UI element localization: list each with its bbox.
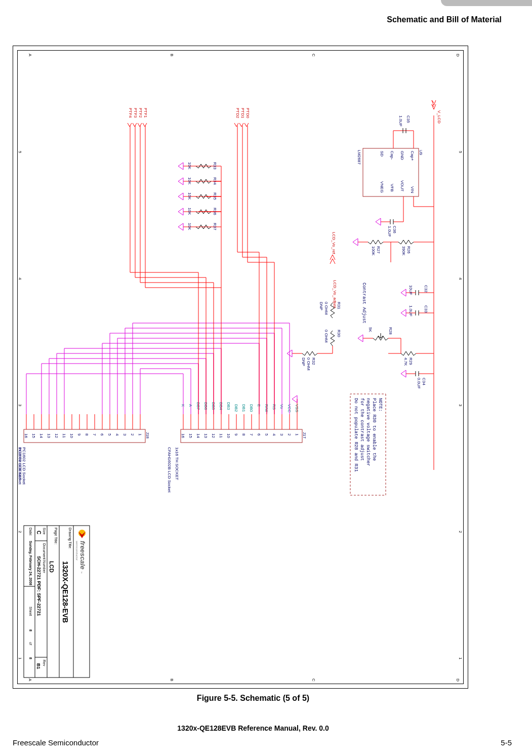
svg-text:12: 12	[54, 433, 59, 438]
svg-text:3: 3	[279, 433, 284, 436]
svg-text:VOUT: VOUT	[400, 180, 404, 191]
svg-text:0.0UF: 0.0UF	[417, 378, 421, 389]
svg-text:16: 16	[181, 433, 185, 438]
schematic-content: V_LCD U9 LM2687 Cap+ GND Cap- SD VNEG VF…	[17, 50, 464, 685]
svg-text:C32: C32	[424, 285, 428, 293]
svg-text:13: 13	[47, 433, 51, 438]
svg-text:10: 10	[69, 433, 74, 438]
svg-text:DNP: DNP	[301, 357, 306, 366]
svg-text:VNEG: VNEG	[380, 181, 384, 193]
interconnect-bus	[26, 323, 290, 414]
svg-text:C35: C35	[406, 115, 411, 123]
svg-text:11: 11	[219, 433, 223, 438]
schematic-inner-frame: V_LCD U9 LM2687 Cap+ GND Cap- SD VNEG VF…	[17, 50, 464, 684]
svg-text:A: A	[28, 54, 32, 57]
svg-text:7: 7	[249, 433, 254, 436]
svg-text:R27: R27	[376, 246, 381, 254]
j17-type: 1x16 TH SOCKET	[175, 447, 179, 480]
svg-text:11: 11	[62, 433, 66, 438]
svg-text:freescale: freescale	[79, 541, 87, 569]
svg-text:Sunday, February 24, 2008: Sunday, February 24, 2008	[28, 541, 32, 585]
svg-text:Rev: Rev	[43, 660, 46, 666]
j17-desc: CFAH1602B LCD Socket	[167, 447, 172, 493]
svg-text:0 OHM: 0 OHM	[324, 302, 329, 315]
svg-text:5K: 5K	[368, 327, 373, 332]
svg-text:390K: 390K	[401, 246, 406, 256]
schematic-svg: V_LCD U9 LM2687 Cap+ GND Cap- SD VNEG VF…	[17, 50, 464, 685]
svg-text:2: 2	[130, 433, 135, 436]
svg-text:9: 9	[234, 433, 238, 436]
svg-text:PTF2: PTF2	[138, 108, 143, 118]
svg-text:1: 1	[18, 657, 22, 660]
svg-text:PC1602 LCD Socket: PC1602 LCD Socket	[22, 447, 26, 485]
svg-text:Cap-: Cap-	[390, 151, 394, 160]
svg-text:1.0UF: 1.0UF	[398, 115, 403, 127]
svg-text:10UF: 10UF	[408, 285, 413, 295]
svg-text:C: C	[36, 531, 42, 534]
svg-text:4: 4	[115, 433, 119, 436]
svg-text:9: 9	[77, 433, 81, 436]
svg-text:DB0: DB0	[249, 404, 254, 412]
svg-text:R28: R28	[388, 327, 393, 335]
u9-part: LM2687	[357, 150, 361, 165]
svg-text:PTF4: PTF4	[128, 108, 133, 118]
decorative-bar	[441, 0, 532, 6]
svg-text:10K: 10K	[187, 192, 192, 200]
svg-text:B1: B1	[36, 663, 41, 669]
svg-text:1: 1	[295, 433, 299, 436]
svg-text:DB2: DB2	[234, 404, 238, 412]
svg-text:PTF3: PTF3	[133, 108, 138, 118]
svg-text:10K: 10K	[187, 208, 192, 215]
page-title: LCD	[49, 561, 55, 573]
svg-text:12: 12	[211, 433, 216, 438]
svg-text:5: 5	[264, 433, 269, 436]
svg-text:Document Number: Document Number	[43, 543, 46, 573]
svg-text:6: 6	[100, 433, 104, 436]
svg-text:4: 4	[458, 277, 463, 280]
svg-text:semiconductor: semiconductor	[75, 541, 78, 561]
svg-text:PTD2: PTD2	[235, 108, 240, 118]
svg-text:SCH-22721 PDF: SPF-22721: SCH-22721 PDF: SPF-22721	[36, 556, 42, 616]
svg-text:2: 2	[458, 531, 463, 533]
svg-text:B: B	[170, 54, 174, 56]
svg-text:Date:: Date:	[29, 528, 32, 536]
svg-text:D: D	[456, 54, 460, 57]
j17-ref: J17	[302, 432, 307, 439]
svg-text:R30: R30	[337, 330, 341, 337]
svg-text:C: C	[311, 679, 316, 682]
svg-text:16: 16	[24, 433, 28, 438]
svg-text:13: 13	[203, 433, 208, 438]
schematic-outer-frame: V_LCD U9 LM2687 Cap+ GND Cap- SD VNEG VF…	[13, 46, 468, 689]
svg-text:R37: R37	[213, 223, 217, 230]
svg-text:14: 14	[196, 433, 200, 438]
svg-text:15: 15	[188, 433, 193, 438]
svg-text:100K: 100K	[371, 246, 376, 256]
svg-text:Page Title:: Page Title:	[54, 528, 58, 544]
svg-text:R29: R29	[408, 357, 413, 365]
svg-text:4.7K: 4.7K	[403, 357, 408, 366]
svg-text:R26: R26	[406, 246, 411, 254]
svg-text:10K: 10K	[187, 162, 192, 170]
figure-caption: Figure 5-5. Schematic (5 of 5)	[0, 694, 506, 703]
svg-text:Cap+: Cap+	[410, 151, 415, 161]
svg-text:8: 8	[85, 433, 89, 436]
svg-text:3: 3	[458, 404, 463, 407]
svg-text:R32: R32	[311, 357, 316, 365]
svg-text:DB1: DB1	[241, 404, 246, 412]
svg-text:3: 3	[18, 404, 22, 407]
svg-text:PTD0: PTD0	[245, 108, 250, 118]
svg-text:Drawing Title:: Drawing Title:	[68, 528, 72, 549]
svg-text:PTF1: PTF1	[143, 108, 148, 118]
svg-text:8: 8	[29, 629, 32, 631]
svg-text:10: 10	[226, 433, 231, 438]
svg-text:14: 14	[39, 433, 44, 438]
title-block: freescale ™ semiconductor Drawing Title:…	[24, 526, 90, 678]
doc-title: 1320x-QE128EVB Reference Manual, Rev. 0.…	[0, 724, 506, 732]
svg-text:3: 3	[122, 433, 127, 436]
svg-text:for the contrast adjust: for the contrast adjust	[359, 398, 364, 461]
svg-text:5: 5	[458, 151, 463, 153]
svg-text:2: 2	[18, 531, 22, 533]
svg-text:8: 8	[241, 433, 246, 436]
svg-text:C36: C36	[392, 226, 397, 233]
v-lcd-label: V_LCD	[437, 110, 441, 124]
